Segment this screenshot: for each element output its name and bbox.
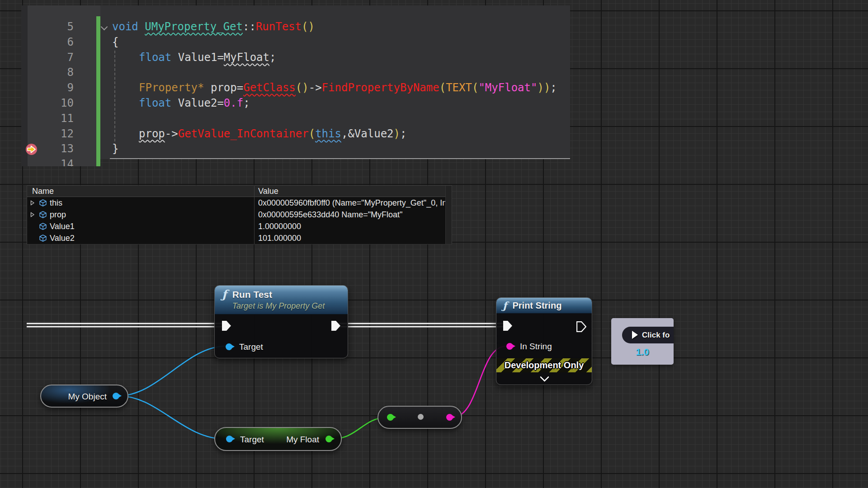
code-token: ;	[269, 51, 276, 64]
line-number[interactable]: 6	[21, 35, 74, 50]
column-value-header[interactable]: Value	[258, 187, 278, 196]
in-string-pin[interactable]	[506, 343, 513, 350]
debug-value-tooltip: Click fo 1.0	[611, 318, 674, 365]
code-token: ;	[550, 81, 557, 94]
code-token: this	[315, 127, 341, 140]
variable-icon	[39, 234, 47, 242]
watch-row[interactable]: Value11.00000000	[27, 221, 452, 233]
click-for-more-button[interactable]: Click fo	[622, 327, 674, 343]
play-cursor-icon	[632, 331, 638, 339]
variable-value: 1.00000000	[258, 222, 301, 231]
code-token: FProperty*	[139, 81, 204, 94]
watch-header: Name Value	[27, 186, 452, 197]
code-token: Value1=	[178, 51, 224, 64]
code-line: {	[100, 35, 570, 50]
code-token: )	[394, 127, 400, 140]
indent-guide	[114, 51, 115, 141]
line-number[interactable]: 5	[21, 19, 74, 35]
development-only-label: Development Only	[505, 360, 584, 371]
conversion-output-pin[interactable]	[446, 414, 453, 421]
node-get-my-float[interactable]: Target My Float	[214, 427, 342, 451]
variable-icon	[39, 211, 47, 219]
current-statement-arrow-icon[interactable]	[25, 143, 38, 155]
watch-row[interactable]: this0x000005960fbf0ff0 (Name="MyProperty…	[27, 197, 452, 209]
node-my-object[interactable]: My Object	[40, 385, 128, 408]
node-print-string-header[interactable]: ƒ Print String	[496, 298, 592, 314]
code-token: ::	[243, 20, 256, 33]
getter-target-pin[interactable]	[226, 436, 233, 442]
node-run-test-header[interactable]: ƒ Run Test Target is My Property Get	[215, 286, 348, 314]
code-line: float Value2=0.f;	[100, 96, 570, 111]
code-token: ;	[243, 97, 250, 109]
code-token: "MyFloat"	[478, 81, 537, 94]
node-float-to-string-conversion[interactable]	[377, 406, 462, 429]
code-token: 0.f	[224, 97, 243, 109]
click-for-more-label: Click fo	[642, 331, 670, 340]
watch-row[interactable]: Value2101.000000	[27, 232, 452, 244]
exec-in-pin[interactable]	[503, 320, 513, 331]
code-token: ;	[400, 127, 406, 140]
function-icon: ƒ	[222, 289, 227, 300]
code-token: ))	[537, 81, 550, 94]
column-divider[interactable]	[254, 186, 255, 244]
variable-value: 0x00000595e633dd40 Name="MyFloat"	[258, 210, 403, 220]
expand-arrow-icon[interactable]	[30, 212, 35, 217]
exec-out-pin[interactable]	[576, 321, 586, 332]
code-line	[100, 111, 570, 127]
code-token: (	[439, 81, 446, 94]
conversion-input-pin[interactable]	[387, 414, 394, 421]
development-only-banner: Development Only	[496, 358, 592, 372]
code-token: UMyProperty_Get	[145, 20, 243, 33]
code-line: float Value1=MyFloat;	[100, 50, 570, 66]
gutter-numbers: 567891011121314	[21, 5, 74, 166]
code-token: ()	[302, 20, 315, 33]
line-number[interactable]: 11	[21, 111, 74, 127]
code-line: FProperty* prop=GetClass()->FindProperty…	[100, 80, 570, 96]
code-token: RunTest	[256, 20, 302, 33]
node-print-string[interactable]: ƒ Print String In String Development Onl…	[496, 297, 592, 385]
watch-row[interactable]: prop0x00000595e633dd40 Name="MyFloat"	[27, 209, 452, 221]
code-token: prop=	[204, 81, 244, 94]
exec-in-pin[interactable]	[222, 320, 231, 331]
target-pin[interactable]	[226, 343, 232, 350]
variable-name: Value2	[50, 234, 75, 243]
code-token: ()	[296, 81, 309, 94]
code-lines[interactable]: void UMyProperty_Get::RunTest(){float Va…	[100, 5, 570, 159]
fold-chevron-icon[interactable]	[101, 23, 108, 31]
code-token: GetValue_InContainer	[178, 127, 309, 140]
line-number[interactable]: 8	[21, 65, 74, 80]
my-object-output-pin[interactable]	[113, 393, 119, 399]
expand-node-chevron-icon[interactable]	[540, 372, 549, 382]
code-token: Value2=	[178, 97, 224, 109]
watch-scrollbar[interactable]	[445, 186, 452, 244]
column-name-header[interactable]: Name	[32, 187, 54, 196]
node-run-test[interactable]: ƒ Run Test Target is My Property Get Tar…	[214, 285, 348, 358]
getter-target-label: Target	[240, 435, 264, 444]
code-line: prop->GetValue_InContainer(this,&Value2)…	[100, 127, 570, 142]
variable-name: Value1	[50, 222, 75, 231]
line-number[interactable]: 12	[21, 127, 74, 142]
variable-name: this	[50, 198, 62, 208]
code-token: void	[112, 20, 145, 33]
my-float-output-pin[interactable]	[326, 436, 332, 442]
debug-value: 1.0	[611, 347, 674, 357]
watch-window: Name Value this0x000005960fbf0ff0 (Name=…	[27, 185, 452, 244]
my-object-label: My Object	[68, 392, 107, 401]
line-number[interactable]: 10	[21, 96, 74, 111]
code-line	[100, 157, 570, 159]
line-number[interactable]: 14	[21, 157, 74, 166]
code-token: ->	[309, 81, 322, 94]
line-number[interactable]: 7	[21, 50, 74, 66]
code-token: (	[309, 127, 315, 140]
variable-name: prop	[50, 210, 66, 220]
wire-myobject-to-getter-target	[118, 396, 226, 439]
node-subtitle: Target is My Property Get	[232, 301, 325, 311]
wire-myobject-to-runtest-target	[118, 346, 226, 396]
line-number[interactable]: 9	[21, 80, 74, 96]
code-line: void UMyProperty_Get::RunTest()	[100, 19, 570, 35]
node-title: Run Test	[232, 289, 325, 300]
expand-arrow-icon[interactable]	[30, 200, 35, 206]
exec-out-pin[interactable]	[331, 320, 341, 331]
code-token: float	[139, 97, 178, 109]
code-token: (	[472, 81, 478, 94]
